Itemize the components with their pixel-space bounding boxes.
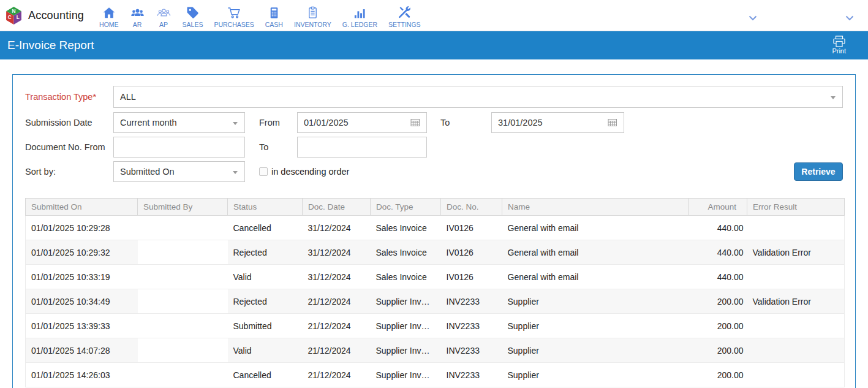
cell-doc-date: 21/12/2024 — [303, 338, 371, 363]
nav-item-inventory[interactable]: INVENTORY — [289, 6, 337, 28]
transaction-type-row: Transaction Type* ALL — [25, 86, 843, 108]
doc-no-from-input[interactable] — [113, 137, 245, 158]
date-from-field[interactable]: 01/01/2025 — [297, 112, 427, 133]
cell-error-result — [747, 265, 845, 289]
table-row[interactable]: 01/01/2025 10:29:28 Cancelled 31/12/2024… — [26, 216, 845, 240]
col-header-doc-date[interactable]: Doc. Date — [303, 199, 371, 216]
cell-status: Valid — [228, 338, 303, 363]
nav-item-gledger[interactable]: G. LEDGER — [337, 6, 383, 28]
calendar-icon — [608, 118, 617, 127]
cell-doc-date: 31/12/2024 — [303, 216, 371, 240]
cell-submitted-by — [138, 314, 228, 338]
col-header-status[interactable]: Status — [228, 199, 303, 216]
cell-doc-type: Sales Invoice — [371, 240, 441, 265]
cell-status: Submitted — [228, 314, 303, 338]
nav-item-ap[interactable]: AP — [151, 6, 177, 28]
nav-label: AP — [159, 21, 168, 28]
col-header-name[interactable]: Name — [502, 199, 689, 216]
retrieve-button[interactable]: Retrieve — [794, 162, 843, 181]
cell-name: Supplier — [502, 338, 689, 363]
cell-doc-type: Sales Invoice — [371, 216, 441, 240]
date-to-field[interactable]: 31/01/2025 — [491, 112, 624, 133]
cell-doc-type: Supplier Inv… — [371, 363, 441, 387]
cell-doc-date: 31/12/2024 — [303, 240, 371, 265]
printer-icon — [832, 36, 846, 47]
top-navigation-bar: N C L Accounting HOME AR — [0, 0, 868, 31]
submission-date-row: Submission Date Current month From 01/01… — [25, 112, 843, 133]
nav-item-ar[interactable]: AR — [124, 6, 151, 28]
print-label: Print — [832, 47, 846, 55]
cell-name: General with email — [502, 265, 689, 289]
cell-doc-date: 21/12/2024 — [303, 289, 371, 314]
cell-submitted-on: 01/01/2025 10:29:32 — [26, 240, 138, 265]
nav-dropdown-toggle-2[interactable] — [845, 12, 854, 23]
chevron-down-icon — [233, 122, 238, 125]
cell-submitted-by — [138, 265, 228, 289]
submission-date-label: Submission Date — [25, 118, 113, 127]
nav-label: SETTINGS — [388, 21, 421, 28]
table-row[interactable]: 01/01/2025 10:29:32 Rejected 31/12/2024 … — [26, 240, 845, 265]
cell-name: General with email — [502, 216, 689, 240]
transaction-type-select[interactable]: ALL — [113, 86, 843, 108]
table-row[interactable]: 01/01/2025 10:33:19 Valid 31/12/2024 Sal… — [26, 265, 845, 289]
report-filter-panel: Transaction Type* ALL Submission Date Cu… — [12, 74, 856, 388]
cell-status: Rejected — [228, 289, 303, 314]
cell-doc-no: INV2233 — [441, 338, 502, 363]
ar-people-icon — [130, 6, 145, 20]
cell-submitted-on: 01/01/2025 10:33:19 — [26, 265, 138, 289]
cell-amount: 440.00 — [689, 265, 747, 289]
cell-amount: 440.00 — [689, 216, 747, 240]
descending-order-label: in descending order — [271, 167, 349, 177]
doc-no-to-label: To — [259, 142, 297, 152]
cell-doc-no: IV0126 — [441, 216, 502, 240]
svg-text:L: L — [17, 15, 20, 20]
col-header-amount[interactable]: Amount — [689, 199, 747, 216]
col-header-doc-no[interactable]: Doc. No. — [441, 199, 502, 216]
chevron-down-icon — [749, 15, 757, 21]
nav-item-home[interactable]: HOME — [94, 6, 124, 28]
transaction-type-value: ALL — [120, 92, 136, 102]
cell-doc-no: INV2233 — [441, 289, 502, 314]
sort-by-row: Sort by: Submitted On in descending orde… — [25, 161, 843, 182]
col-header-submitted-on[interactable]: Submitted On — [26, 199, 138, 216]
ap-people-icon — [156, 6, 172, 20]
sales-tag-icon — [186, 6, 200, 20]
app-brand[interactable]: N C L Accounting — [5, 6, 84, 25]
sort-by-select[interactable]: Submitted On — [113, 161, 245, 182]
date-from-value: 01/01/2025 — [304, 118, 349, 127]
cell-submitted-by — [138, 338, 228, 363]
col-header-submitted-by[interactable]: Submitted By — [138, 199, 228, 216]
cell-status: Cancelled — [228, 216, 303, 240]
cell-doc-date: 31/12/2024 — [303, 265, 371, 289]
nav-label: SALES — [183, 21, 203, 28]
cell-name: Supplier — [502, 289, 689, 314]
print-button[interactable]: Print — [832, 36, 846, 55]
cell-name: Supplier — [502, 314, 689, 338]
nav-dropdown-toggle-1[interactable] — [749, 12, 757, 23]
nav-item-settings[interactable]: SETTINGS — [383, 6, 426, 28]
table-row[interactable]: 01/01/2025 14:07:28 Valid 21/12/2024 Sup… — [26, 338, 845, 363]
table-row[interactable]: 01/01/2025 10:34:49 Rejected 21/12/2024 … — [26, 289, 845, 314]
table-header-row: Submitted On Submitted By Status Doc. Da… — [26, 199, 845, 216]
nav-item-cash[interactable]: CASH — [260, 6, 289, 28]
submission-date-select[interactable]: Current month — [113, 112, 245, 133]
cell-name: General with email — [502, 240, 689, 265]
nav-item-purchases[interactable]: PURCHASES — [208, 6, 259, 28]
chevron-down-icon — [233, 171, 238, 174]
home-icon — [102, 6, 116, 20]
nav-item-sales[interactable]: SALES — [177, 6, 209, 28]
nav-label: CASH — [265, 21, 283, 28]
cell-submitted-on: 01/01/2025 10:29:28 — [26, 216, 138, 240]
col-header-error-result[interactable]: Error Result — [747, 199, 845, 216]
cell-amount: 200.00 — [689, 314, 747, 338]
table-row[interactable]: 01/01/2025 14:26:03 Cancelled 21/12/2024… — [26, 363, 845, 387]
descending-order-checkbox[interactable] — [259, 167, 268, 176]
nav-label: G. LEDGER — [342, 21, 377, 28]
cell-submitted-on: 01/01/2025 10:34:49 — [26, 289, 138, 314]
table-row[interactable]: 01/01/2025 13:39:33 Submitted 21/12/2024… — [26, 314, 845, 338]
cell-submitted-on: 01/01/2025 14:07:28 — [26, 338, 138, 363]
col-header-doc-type[interactable]: Doc. Type — [371, 199, 441, 216]
cash-calculator-icon — [268, 6, 281, 20]
cell-amount: 200.00 — [689, 289, 747, 314]
doc-no-to-input[interactable] — [297, 137, 427, 158]
